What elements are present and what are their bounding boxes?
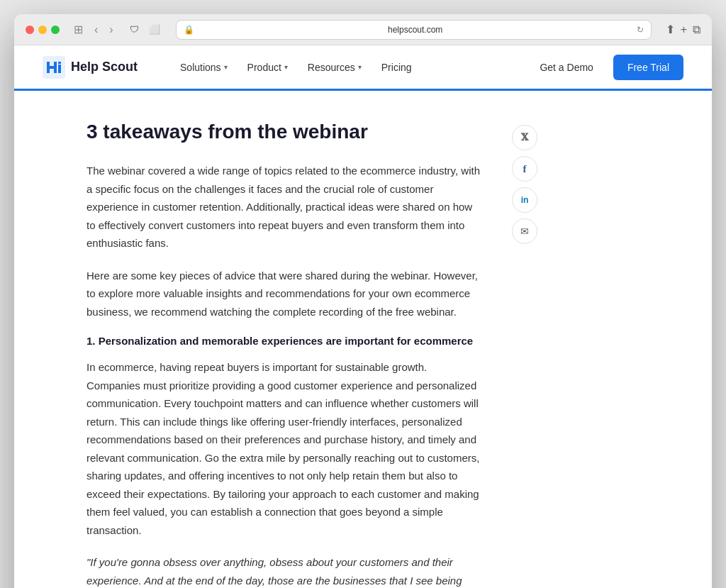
resources-chevron-icon: ▾ [358, 63, 362, 71]
traffic-lights [26, 26, 60, 34]
article-paragraph-3: In ecommerce, having repeat buyers is im… [86, 358, 484, 539]
browser-actions: ⬆ + ⧉ [666, 23, 700, 36]
nav-resources[interactable]: Resources ▾ [299, 56, 370, 79]
free-trial-button[interactable]: Free Trial [613, 55, 683, 80]
article-subheading-1: 1. Personalization and memorable experie… [86, 335, 484, 347]
url-text: helpscout.com [199, 25, 632, 35]
logo-link[interactable]: Help Scout [43, 56, 138, 79]
tabs-button[interactable]: ⧉ [693, 23, 700, 36]
helpscout-logo-icon [43, 56, 65, 79]
refresh-icon[interactable]: ↻ [637, 25, 644, 35]
forward-button[interactable]: › [106, 21, 116, 38]
twitter-icon: 𝕏 [521, 132, 528, 143]
article-title: 3 takeaways from the webinar [86, 119, 484, 145]
email-share-button[interactable]: ✉ [512, 218, 537, 244]
tab-bar: 🛡 ⬜ [128, 23, 162, 37]
facebook-icon: f [523, 163, 527, 175]
article-paragraph-2: Here are some key pieces of advice that … [86, 267, 484, 321]
twitter-share-button[interactable]: 𝕏 [512, 125, 537, 150]
close-button[interactable] [26, 26, 34, 34]
back-button[interactable]: ‹ [91, 21, 101, 38]
browser-nav-buttons: ⊞ ‹ › [71, 21, 116, 38]
page-content: Help Scout Solutions ▾ Product ▾ Resourc… [14, 45, 712, 588]
email-icon: ✉ [520, 226, 529, 237]
article-wrapper: 3 takeaways from the webinar The webinar… [44, 91, 682, 588]
minimize-button[interactable] [38, 26, 47, 34]
linkedin-icon: in [521, 195, 529, 205]
nav-solutions[interactable]: Solutions ▾ [172, 56, 236, 79]
get-demo-button[interactable]: Get a Demo [531, 56, 601, 79]
page-icon: ⬜ [147, 23, 162, 37]
article-paragraph-1: The webinar covered a wide range of topi… [86, 162, 484, 253]
shield-icon: 🛡 [128, 23, 142, 37]
facebook-share-button[interactable]: f [512, 156, 537, 182]
url-bar[interactable]: 🔒 helpscout.com ↻ [176, 20, 652, 40]
linkedin-share-button[interactable]: in [512, 187, 537, 213]
nav-pricing[interactable]: Pricing [373, 56, 420, 79]
nav-product[interactable]: Product ▾ [239, 56, 296, 79]
lock-icon: 🔒 [184, 25, 194, 35]
article-quote: "If you're gonna obsess over anything, o… [86, 553, 484, 588]
maximize-button[interactable] [51, 26, 60, 34]
navbar: Help Scout Solutions ▾ Product ▾ Resourc… [14, 45, 712, 91]
nav-links: Solutions ▾ Product ▾ Resources ▾ Pricin… [172, 56, 508, 79]
share-button[interactable]: ⬆ [666, 23, 675, 36]
browser-window: ⊞ ‹ › 🛡 ⬜ 🔒 helpscout.com ↻ ⬆ + ⧉ [14, 14, 712, 588]
browser-titlebar: ⊞ ‹ › 🛡 ⬜ 🔒 helpscout.com ↻ ⬆ + ⧉ [14, 14, 712, 45]
article-content: 3 takeaways from the webinar The webinar… [86, 119, 484, 588]
product-chevron-icon: ▾ [284, 63, 288, 71]
tab-grid-button[interactable]: ⊞ [71, 21, 86, 38]
logo-text: Help Scout [71, 60, 138, 74]
solutions-chevron-icon: ▾ [224, 63, 228, 71]
new-tab-button[interactable]: + [681, 23, 687, 36]
nav-actions: Get a Demo Free Trial [531, 55, 683, 80]
social-sidebar: 𝕏 f in ✉ [512, 119, 537, 588]
